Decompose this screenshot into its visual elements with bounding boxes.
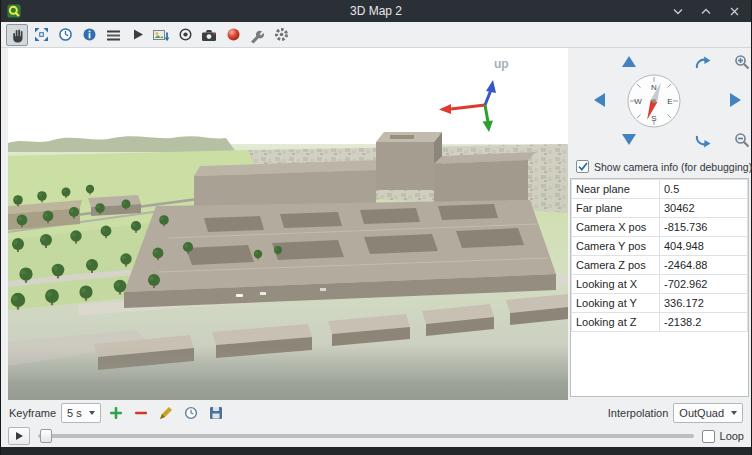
- play-animation-button[interactable]: [126, 24, 148, 46]
- checkbox-label: Show camera info (for debugging): [594, 161, 752, 173]
- chevron-down-icon: [731, 411, 737, 415]
- interpolation-select[interactable]: OutQuad: [673, 403, 743, 423]
- qgis-logo-icon: [7, 4, 21, 18]
- record-icon: [177, 26, 194, 43]
- identify-button[interactable]: [78, 24, 100, 46]
- camera-navigation-panel: N E S W: [568, 48, 751, 400]
- zoom-full-icon: [33, 26, 50, 43]
- table-row: Far plane30462: [572, 199, 748, 218]
- table-row: Looking at Z-2138.2: [572, 313, 748, 332]
- tilt-down-icon[interactable]: [694, 134, 711, 150]
- 3d-scene-render: up: [8, 48, 568, 400]
- configure-button[interactable]: [246, 24, 268, 46]
- minimize-icon[interactable]: [671, 4, 685, 18]
- wrench-icon: [248, 26, 266, 44]
- minus-icon: [134, 406, 148, 420]
- viewport-3d-scene[interactable]: up: [8, 48, 568, 400]
- camera-view-button[interactable]: [198, 24, 220, 46]
- slider-handle[interactable]: [40, 429, 52, 443]
- 3d-map-window: 3D Map 2: [0, 0, 752, 455]
- compass-w-label: W: [634, 97, 642, 106]
- window-title: 3D Map 2: [1, 4, 751, 18]
- nav-right-icon[interactable]: [730, 93, 741, 107]
- show-camera-info-checkbox[interactable]: Show camera info (for debugging): [576, 160, 752, 173]
- shadow-effects-button[interactable]: [222, 24, 244, 46]
- floppy-icon: [209, 406, 223, 420]
- table-row: Looking at X-702.962: [572, 275, 748, 294]
- clock-icon: [57, 26, 74, 43]
- save-as-image-button[interactable]: [150, 24, 172, 46]
- pan-hand-icon: [9, 27, 26, 43]
- checkbox-box[interactable]: [576, 160, 589, 173]
- tilt-up-icon[interactable]: [694, 56, 711, 72]
- play-icon: [16, 432, 23, 440]
- zoom-full-button[interactable]: [30, 24, 52, 46]
- edit-keyframe-button[interactable]: [156, 403, 176, 423]
- interpolation-label: Interpolation: [608, 407, 669, 419]
- compass-s-label: S: [651, 114, 656, 123]
- zoom-in-icon[interactable]: [734, 54, 750, 72]
- loop-label: Loop: [720, 430, 744, 442]
- nav-down-icon[interactable]: [622, 134, 636, 145]
- record-scene-button[interactable]: [174, 24, 196, 46]
- zoom-out-icon[interactable]: [734, 132, 750, 150]
- 3d-map-toolbar: [1, 22, 751, 48]
- red-sphere-icon: [225, 26, 242, 43]
- close-icon[interactable]: [727, 4, 741, 18]
- nav-up-icon[interactable]: [622, 56, 636, 67]
- loop-checkbox[interactable]: Loop: [702, 430, 744, 443]
- play-timeline-button[interactable]: [8, 427, 30, 445]
- compass[interactable]: N E S W: [626, 73, 682, 131]
- table-row: Camera Z pos-2464.88: [572, 256, 748, 275]
- table-row: Camera Y pos404.948: [572, 237, 748, 256]
- keyframe-duration-select[interactable]: 5 s: [61, 403, 101, 423]
- scene-options-button[interactable]: [270, 24, 292, 46]
- small-clock-icon: [184, 406, 198, 420]
- gear-icon: [273, 26, 290, 43]
- loop-checkbox-box[interactable]: [702, 430, 715, 443]
- timeline-slider[interactable]: [38, 428, 694, 444]
- table-row: Near plane0.5: [572, 180, 748, 199]
- export-animation-button[interactable]: [206, 403, 226, 423]
- add-keyframe-button[interactable]: [106, 403, 126, 423]
- info-icon: [81, 26, 98, 43]
- table-row: Camera X pos-815.736: [572, 218, 748, 237]
- titlebar[interactable]: 3D Map 2: [1, 0, 751, 22]
- slider-track[interactable]: [38, 434, 694, 438]
- animation-timer-button[interactable]: [54, 24, 76, 46]
- measure-icon: [105, 27, 122, 43]
- window-bottom-edge: [1, 447, 751, 455]
- remove-keyframe-button[interactable]: [131, 403, 151, 423]
- maximize-icon[interactable]: [699, 4, 713, 18]
- compass-e-label: E: [667, 97, 672, 106]
- axis-up-label: up: [494, 57, 509, 71]
- animation-timeline-bar: Loop: [1, 425, 751, 447]
- nav-left-icon[interactable]: [594, 93, 605, 107]
- play-icon: [129, 26, 146, 43]
- camera-info-table: Near plane0.5 Far plane30462 Camera X po…: [570, 178, 749, 397]
- keyframe-time-button[interactable]: [181, 403, 201, 423]
- plus-icon: [109, 406, 123, 420]
- camera-control-pan-button[interactable]: [6, 24, 28, 46]
- save-image-icon: [152, 27, 170, 43]
- chevron-down-icon: [89, 411, 95, 415]
- measure-line-button[interactable]: [102, 24, 124, 46]
- animation-keyframe-bar: Keyframe 5 s: [1, 400, 751, 425]
- table-row: Looking at Y336.172: [572, 294, 748, 313]
- keyframe-label: Keyframe: [9, 407, 56, 419]
- pencil-icon: [159, 406, 173, 420]
- camera-icon: [200, 27, 218, 43]
